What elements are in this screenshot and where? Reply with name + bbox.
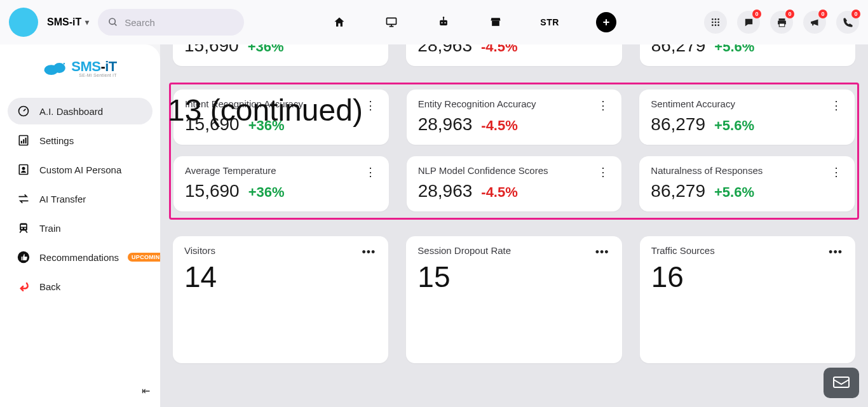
- phone-icon[interactable]: 0: [836, 11, 859, 34]
- train-icon: [17, 221, 31, 235]
- svg-point-26: [53, 63, 65, 73]
- robot-icon[interactable]: [436, 15, 451, 30]
- megaphone-icon[interactable]: 0: [803, 11, 826, 34]
- svg-point-19: [712, 24, 714, 26]
- metric-delta: -4.5%: [481, 117, 517, 134]
- svg-rect-32: [21, 141, 22, 143]
- card-title: Entity Recognition Accuracy: [418, 98, 536, 109]
- metric-value: 15,690: [185, 114, 240, 135]
- kebab-icon[interactable]: ⋮: [363, 165, 377, 179]
- card-title: NLP Model Confidence Scores: [418, 165, 548, 176]
- sidebar-item-recommendations[interactable]: Recommendations UPCOMING: [8, 244, 153, 270]
- report-icon: [17, 133, 31, 147]
- store-icon[interactable]: [488, 15, 503, 30]
- card-title: Intent Recognition Accuracy: [185, 98, 303, 109]
- card-title: Average Temperature: [185, 165, 276, 176]
- avatar[interactable]: [9, 8, 38, 37]
- svg-point-38: [21, 228, 23, 230]
- logo: SMS-iT SE-Mi Sentient iT: [5, 58, 155, 77]
- metric-delta: +5.6%: [714, 44, 754, 55]
- brand-dropdown[interactable]: SMS-iT ▾: [47, 17, 89, 28]
- kebab-icon[interactable]: ⋮: [596, 165, 610, 179]
- metric-card-sentiment-accuracy: Sentiment Accuracy⋮ 86,279+5.6%: [639, 90, 855, 145]
- svg-point-9: [443, 17, 445, 18]
- svg-point-21: [717, 24, 719, 26]
- metric-delta: +36%: [248, 44, 284, 55]
- svg-point-20: [715, 24, 717, 26]
- metric-delta: -4.5%: [481, 44, 517, 55]
- metric-card-avg-temperature: Average Temperature⋮ 15,690+36%: [173, 156, 389, 211]
- metric-row: Average Temperature⋮ 15,690+36% NLP Mode…: [173, 156, 855, 211]
- phone-badge: 0: [851, 10, 860, 18]
- metric-delta: -4.5%: [481, 184, 517, 201]
- svg-rect-5: [440, 20, 448, 25]
- more-icon[interactable]: •••: [360, 245, 377, 259]
- nav-label: Recommendations: [39, 252, 119, 263]
- chat-icon[interactable]: 0: [737, 11, 760, 34]
- metric-value: 86,279: [651, 44, 706, 56]
- cloud-icon: [43, 60, 67, 76]
- metric-value: 28,963: [418, 181, 473, 201]
- svg-point-7: [445, 22, 446, 23]
- svg-rect-28: [64, 63, 65, 64]
- svg-point-6: [442, 22, 443, 23]
- metric-card-visitors: Visitors••• 14: [173, 236, 388, 363]
- back-icon: [17, 279, 31, 293]
- nav: A.I. Dashboard Settings Custom AI Person…: [5, 98, 155, 300]
- metric-card: ⋮ 15,690+36%: [173, 44, 388, 66]
- topbar-right: 0 0 0 0: [704, 11, 859, 34]
- highlight-box: Intent Recognition Accuracy⋮ 15,690+36% …: [169, 83, 859, 220]
- metric-card-intent-recognition: Intent Recognition Accuracy⋮ 15,690+36%: [173, 90, 389, 145]
- persona-icon: [17, 163, 31, 177]
- metric-value: 86,279: [651, 181, 705, 201]
- printer-icon[interactable]: 0: [770, 11, 793, 34]
- metric-card-entity-recognition: Entity Recognition Accuracy⋮ 28,963-4.5%: [407, 90, 622, 145]
- metric-value: 28,963: [418, 114, 473, 135]
- metric-value: 15,690: [184, 44, 239, 56]
- add-button[interactable]: [596, 12, 616, 32]
- metric-delta: +36%: [248, 117, 285, 134]
- svg-rect-40: [21, 225, 26, 227]
- metric-row-top: ⋮ 15,690+36% ⋮ 28,963-4.5% ⋮ 86,279+5.6%: [173, 44, 855, 66]
- home-icon[interactable]: [332, 15, 347, 30]
- sidebar-item-ai-dashboard[interactable]: A.I. Dashboard: [8, 98, 153, 124]
- content-inner: ⋮ 15,690+36% ⋮ 28,963-4.5% ⋮ 86,279+5.6%…: [160, 44, 868, 392]
- metric-row: Intent Recognition Accuracy⋮ 15,690+36% …: [173, 90, 855, 145]
- kebab-icon[interactable]: ⋮: [829, 165, 843, 179]
- topbar: SMS-iT ▾ STR 0: [0, 0, 868, 44]
- more-icon[interactable]: •••: [594, 245, 611, 259]
- metric-row-bottom: Visitors••• 14 Session Dropout Rate••• 1…: [173, 236, 855, 363]
- svg-rect-24: [779, 23, 785, 26]
- svg-point-0: [109, 18, 115, 24]
- svg-point-18: [717, 22, 719, 23]
- str-link[interactable]: STR: [540, 17, 559, 27]
- nav-label: Back: [39, 281, 60, 292]
- dashboard-icon: [17, 104, 31, 118]
- sidebar-item-ai-transfer[interactable]: AI Transfer: [8, 185, 153, 212]
- monitor-icon[interactable]: [384, 15, 399, 30]
- more-icon[interactable]: •••: [827, 245, 844, 259]
- svg-point-17: [715, 22, 717, 23]
- sidebar-item-custom-ai-persona[interactable]: Custom AI Persona: [8, 156, 153, 183]
- svg-point-15: [717, 18, 719, 20]
- brand-label: SMS-iT: [47, 17, 81, 28]
- kebab-icon[interactable]: ⋮: [829, 98, 843, 112]
- svg-rect-33: [23, 139, 24, 143]
- help-bubble[interactable]: [824, 368, 859, 398]
- kebab-icon[interactable]: ⋮: [363, 98, 377, 112]
- metric-value: 86,279: [651, 114, 705, 135]
- kebab-icon[interactable]: ⋮: [596, 98, 610, 112]
- apps-icon[interactable]: [704, 11, 727, 34]
- card-title: Naturalness of Responses: [651, 165, 763, 176]
- search-input[interactable]: [125, 17, 234, 28]
- svg-rect-42: [834, 377, 849, 387]
- collapse-sidebar-icon[interactable]: ⇤: [142, 385, 150, 397]
- sidebar-item-settings[interactable]: Settings: [8, 127, 153, 154]
- sidebar-item-back[interactable]: Back: [8, 273, 153, 300]
- transfer-icon: [17, 192, 31, 206]
- sidebar-item-train[interactable]: Train: [8, 215, 153, 241]
- nav-label: AI Transfer: [39, 194, 86, 204]
- svg-rect-29: [62, 67, 64, 68]
- search-box[interactable]: [98, 9, 244, 36]
- metric-card-nlp-confidence: NLP Model Confidence Scores⋮ 28,963-4.5%: [407, 156, 622, 211]
